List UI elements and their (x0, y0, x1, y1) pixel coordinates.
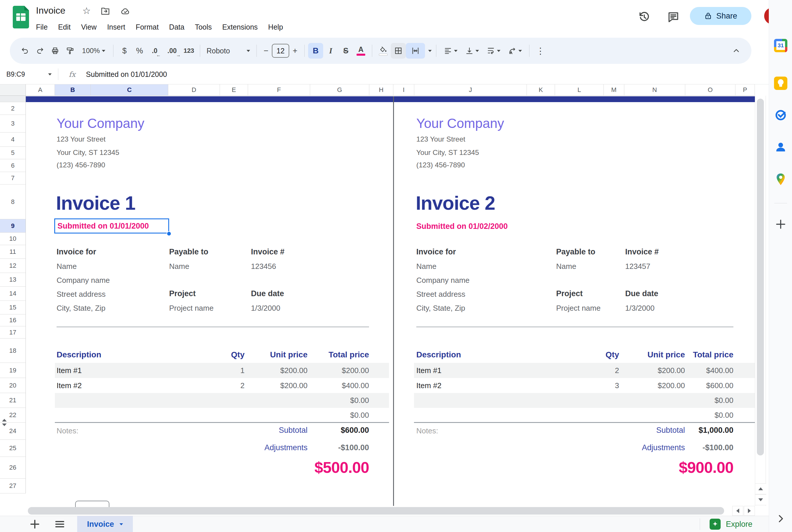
zoom-select[interactable]: 100% (78, 43, 110, 59)
row-header-21[interactable]: 21 (0, 393, 26, 408)
more-toolbar-button[interactable]: ⋮ (533, 43, 548, 59)
text-wrap-button[interactable] (483, 43, 504, 59)
row-header-15[interactable]: 15 (0, 301, 26, 315)
row-header-14[interactable]: 14 (0, 287, 26, 301)
row-header-17[interactable]: 17 (0, 326, 26, 339)
menu-item-extensions[interactable]: Extensions (222, 23, 258, 31)
row-header-20[interactable]: 20 (0, 378, 26, 393)
column-header-M[interactable]: M (604, 84, 624, 96)
column-header-I[interactable]: I (393, 84, 414, 96)
column-header-F[interactable]: F (248, 84, 310, 96)
google-maps-icon[interactable] (774, 173, 787, 187)
font-select[interactable]: Roboto (204, 43, 253, 59)
menu-item-tools[interactable]: Tools (195, 23, 212, 31)
scroll-right-button[interactable] (744, 506, 755, 516)
borders-button[interactable] (391, 43, 406, 59)
row-header-11[interactable]: 11 (0, 245, 26, 259)
row-header-2[interactable]: 2 (0, 102, 26, 115)
hidden-row-down-icon[interactable] (2, 423, 7, 426)
all-sheets-button[interactable] (55, 519, 65, 529)
row-header-19[interactable]: 19 (0, 363, 26, 378)
column-header-N[interactable]: N (624, 84, 685, 96)
table-row[interactable]: Item #11$200.00$200.00 (55, 363, 389, 378)
column-header-H[interactable]: H (369, 84, 393, 96)
text-color-button[interactable]: A (353, 43, 369, 59)
menu-item-format[interactable]: Format (136, 23, 159, 31)
formula-input[interactable]: Submitted on 01/01/2000 (86, 70, 167, 79)
scroll-up-button[interactable] (755, 483, 766, 494)
table-row[interactable]: $0.00 (55, 408, 389, 423)
merge-cells-button[interactable] (406, 43, 425, 59)
text-rotation-button[interactable] (504, 43, 526, 59)
cloud-status-icon[interactable] (121, 7, 131, 15)
number-format-button[interactable]: 123 (181, 43, 196, 59)
vertical-scrollbar[interactable] (755, 96, 766, 506)
sheets-logo[interactable] (13, 6, 29, 28)
row-header-7[interactable]: 7 (0, 172, 26, 185)
version-history-icon[interactable] (638, 11, 650, 23)
table-row[interactable]: $0.00 (55, 393, 389, 408)
comments-icon[interactable] (667, 11, 679, 23)
redo-button[interactable] (33, 43, 48, 59)
column-header-B[interactable]: B (55, 84, 91, 96)
row-header-6[interactable]: 6 (0, 159, 26, 172)
menu-item-view[interactable]: View (81, 23, 97, 31)
vertical-scrollbar-thumb[interactable] (757, 99, 764, 455)
decrease-font-size-button[interactable]: − (260, 43, 272, 59)
google-calendar-icon[interactable]: 31 (774, 39, 787, 52)
vertical-align-button[interactable] (461, 43, 483, 59)
row-header-22[interactable]: 22 (0, 408, 26, 423)
add-sheet-button[interactable] (29, 518, 41, 530)
menu-item-insert[interactable]: Insert (107, 23, 125, 31)
row-header-1[interactable] (0, 96, 26, 102)
increase-font-size-button[interactable]: + (289, 43, 301, 59)
row-header-13[interactable]: 13 (0, 273, 26, 287)
undo-button[interactable] (17, 43, 33, 59)
row-header-4[interactable]: 4 (0, 133, 26, 147)
collapse-toolbar-button[interactable] (729, 43, 744, 59)
google-contacts-icon[interactable] (774, 140, 787, 154)
print-button[interactable] (48, 43, 63, 59)
row-header-3[interactable]: 3 (0, 115, 26, 133)
format-currency-button[interactable]: $ (117, 43, 132, 59)
star-icon[interactable]: ☆ (82, 5, 91, 16)
scroll-down-button[interactable] (755, 494, 766, 505)
column-header-A[interactable]: A (26, 84, 55, 96)
row-header-16[interactable]: 16 (0, 315, 26, 326)
font-size-input[interactable]: 12 (272, 44, 289, 58)
select-all-corner[interactable] (0, 84, 26, 96)
document-title[interactable]: Invoice (36, 5, 65, 16)
row-header-26[interactable]: 26 (0, 457, 26, 479)
explore-button[interactable]: Explore (710, 519, 753, 530)
italic-button[interactable]: I (323, 43, 338, 59)
row-header-10[interactable]: 10 (0, 233, 26, 245)
strikethrough-button[interactable]: S (338, 43, 353, 59)
share-button[interactable]: Share (690, 7, 751, 25)
table-row[interactable]: Item #22$200.00$400.00 (55, 378, 389, 393)
row-header-12[interactable]: 12 (0, 259, 26, 273)
menu-item-file[interactable]: File (36, 23, 48, 31)
menu-item-edit[interactable]: Edit (58, 23, 71, 31)
merge-cells-dropdown[interactable] (425, 43, 433, 59)
row-header-18[interactable]: 18 (0, 339, 26, 363)
menu-item-data[interactable]: Data (169, 23, 185, 31)
fill-handle[interactable] (167, 231, 171, 236)
hidden-row-up-icon[interactable] (2, 419, 7, 421)
increase-decimal-button[interactable]: .00→ (165, 43, 180, 59)
scroll-left-button[interactable] (732, 506, 743, 516)
row-header-5[interactable]: 5 (0, 147, 26, 159)
bold-button[interactable]: B (308, 43, 323, 59)
google-keep-icon[interactable] (774, 77, 787, 90)
row-header-8[interactable]: 8 (0, 185, 26, 219)
sheet-tab-invoice[interactable]: Invoice (77, 516, 133, 532)
column-header-K[interactable]: K (527, 84, 555, 96)
column-header-G[interactable]: G (310, 84, 369, 96)
name-box[interactable]: B9:C9 (0, 71, 58, 78)
table-row[interactable]: Item #12$200.00$400.00 (414, 363, 758, 378)
column-header-L[interactable]: L (555, 84, 604, 96)
move-folder-icon[interactable] (101, 7, 110, 15)
google-tasks-icon[interactable] (774, 108, 788, 122)
fill-color-button[interactable] (376, 43, 391, 59)
table-row[interactable]: Item #23$200.00$600.00 (414, 378, 758, 393)
column-header-P[interactable]: P (735, 84, 755, 96)
